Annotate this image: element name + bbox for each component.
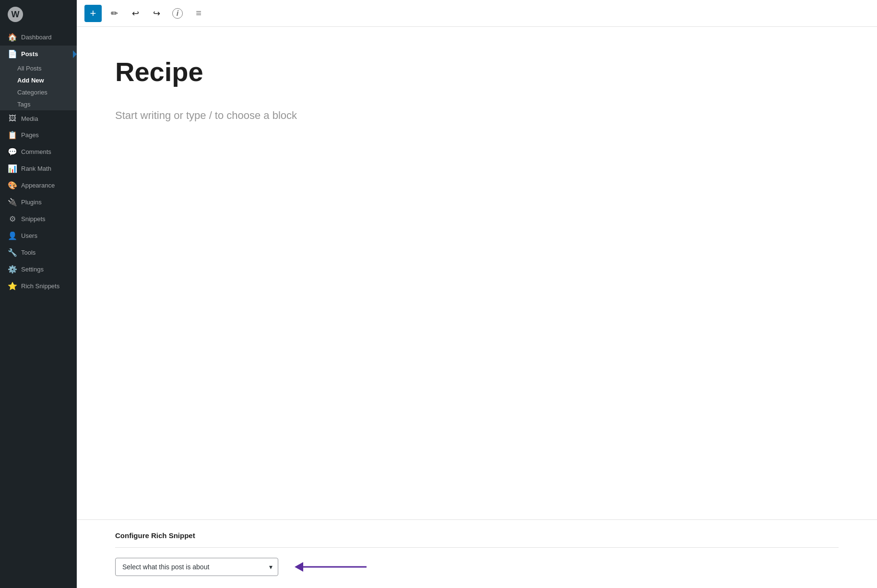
sidebar: W 🏠 Dashboard 📄 Posts All Posts Add New …: [0, 0, 77, 588]
posts-icon: 📄: [8, 49, 17, 59]
editor-area[interactable]: Recipe Start writing or type / to choose…: [77, 27, 877, 519]
sidebar-item-label: Appearance: [21, 182, 55, 189]
plugins-icon: 🔌: [8, 198, 17, 207]
submenu-all-posts[interactable]: All Posts: [0, 62, 77, 74]
settings-icon: ⚙️: [8, 265, 17, 274]
rich-snippet-section: Configure Rich Snippet Select what this …: [77, 519, 877, 588]
svg-marker-1: [295, 562, 303, 572]
rich-snippet-row: Select what this post is about Article B…: [115, 557, 839, 576]
media-icon: 🖼: [8, 114, 17, 123]
sidebar-item-plugins[interactable]: 🔌 Plugins: [0, 194, 77, 211]
main-content: + ✏ ↩ ↪ i ≡ Recipe Start writing or type…: [77, 0, 877, 588]
dashboard-icon: 🏠: [8, 33, 17, 42]
menu-button[interactable]: ≡: [190, 5, 207, 22]
section-divider: [115, 547, 839, 548]
sidebar-item-label: Pages: [21, 131, 39, 139]
sidebar-item-comments[interactable]: 💬 Comments: [0, 143, 77, 160]
annotation-arrow: [290, 557, 376, 576]
sidebar-item-media[interactable]: 🖼 Media: [0, 110, 77, 127]
rich-snippets-icon: ⭐: [8, 282, 17, 291]
undo-button[interactable]: ↩: [127, 5, 144, 22]
sidebar-item-label: Dashboard: [21, 34, 52, 41]
sidebar-item-tools[interactable]: 🔧 Tools: [0, 244, 77, 261]
editor-toolbar: + ✏ ↩ ↪ i ≡: [77, 0, 877, 27]
sidebar-item-label: Media: [21, 115, 38, 122]
pencil-icon: ✏: [111, 8, 118, 19]
appearance-icon: 🎨: [8, 181, 17, 190]
sidebar-item-label: Plugins: [21, 199, 42, 206]
snippets-icon: ⚙: [8, 214, 17, 223]
sidebar-item-label: Rich Snippets: [21, 282, 59, 290]
sidebar-item-label: Rank Math: [21, 165, 51, 172]
users-icon: 👤: [8, 231, 17, 240]
sidebar-item-appearance[interactable]: 🎨 Appearance: [0, 177, 77, 194]
add-icon: +: [90, 7, 96, 20]
sidebar-item-label: Snippets: [21, 215, 46, 223]
tools-icon: 🔧: [8, 248, 17, 257]
sidebar-item-settings[interactable]: ⚙️ Settings: [0, 261, 77, 278]
pages-icon: 📋: [8, 130, 17, 140]
sidebar-item-pages[interactable]: 📋 Pages: [0, 127, 77, 143]
snippet-select-wrapper: Select what this post is about Article B…: [115, 558, 278, 576]
info-button[interactable]: i: [169, 5, 186, 22]
sidebar-item-rich-snippets[interactable]: ⭐ Rich Snippets: [0, 278, 77, 294]
rank-math-icon: 📊: [8, 164, 17, 173]
undo-icon: ↩: [132, 8, 139, 19]
sidebar-item-posts[interactable]: 📄 Posts: [0, 46, 77, 62]
submenu-categories[interactable]: Categories: [0, 86, 77, 98]
info-icon: i: [172, 8, 183, 19]
submenu-tags[interactable]: Tags: [0, 98, 77, 110]
wp-logo: W: [8, 7, 23, 22]
sidebar-item-users[interactable]: 👤 Users: [0, 227, 77, 244]
post-title[interactable]: Recipe: [115, 56, 839, 88]
posts-submenu: All Posts Add New Categories Tags: [0, 62, 77, 110]
sidebar-item-snippets[interactable]: ⚙ Snippets: [0, 211, 77, 227]
rich-snippet-title: Configure Rich Snippet: [115, 531, 839, 540]
edit-button[interactable]: ✏: [106, 5, 123, 22]
posts-active-arrow: [73, 50, 77, 58]
arrow-annotation: [290, 557, 376, 576]
add-block-button[interactable]: +: [84, 5, 102, 22]
submenu-add-new[interactable]: Add New: [0, 74, 77, 86]
sidebar-item-label: Comments: [21, 148, 51, 155]
redo-icon: ↪: [153, 8, 160, 19]
wp-logo-area: W: [0, 0, 77, 29]
sidebar-item-label: Posts: [21, 50, 38, 58]
editor-placeholder[interactable]: Start writing or type / to choose a bloc…: [115, 107, 839, 124]
sidebar-item-label: Settings: [21, 266, 44, 273]
snippet-select[interactable]: Select what this post is about Article B…: [115, 558, 278, 576]
sidebar-item-label: Users: [21, 232, 37, 239]
comments-icon: 💬: [8, 147, 17, 156]
menu-icon: ≡: [196, 8, 201, 19]
sidebar-item-dashboard[interactable]: 🏠 Dashboard: [0, 29, 77, 46]
sidebar-item-label: Tools: [21, 249, 36, 256]
redo-button[interactable]: ↪: [148, 5, 165, 22]
sidebar-item-rank-math[interactable]: 📊 Rank Math: [0, 160, 77, 177]
